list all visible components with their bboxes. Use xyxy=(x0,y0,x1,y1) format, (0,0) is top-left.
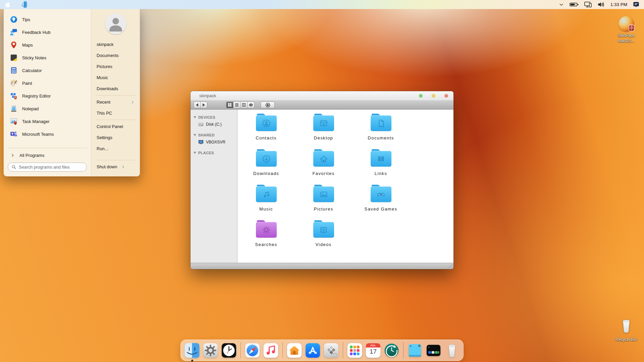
recent-link[interactable]: Recent xyxy=(91,97,140,108)
folder-contacts[interactable]: Contacts xyxy=(237,114,295,149)
game-controller-icon xyxy=(376,189,386,199)
link-label: Recent xyxy=(97,100,110,105)
all-programs-button[interactable]: All Programs xyxy=(4,150,91,161)
music-link[interactable]: Music xyxy=(91,72,140,83)
user-avatar[interactable] xyxy=(105,13,126,34)
sidebar-item-vboxsvr[interactable]: VBOXSVR xyxy=(191,138,237,146)
finder-icon xyxy=(184,343,200,358)
folder-saved-games[interactable]: Saved Games xyxy=(352,185,410,220)
start-app-registry-editor[interactable]: Registry Editor xyxy=(4,89,91,102)
home-icon xyxy=(286,343,302,358)
desktop-icon-recycle-bin[interactable]: Recycle Bin xyxy=(612,317,641,342)
folder-music[interactable]: Music xyxy=(237,185,295,220)
dock-finder[interactable] xyxy=(184,343,200,358)
forward-button[interactable] xyxy=(200,102,207,108)
list-view-icon xyxy=(235,103,239,107)
run-link[interactable]: Run... xyxy=(91,143,140,154)
folder-links[interactable]: Links xyxy=(352,149,410,185)
zoom-button[interactable] xyxy=(419,94,423,98)
list-view-button[interactable] xyxy=(233,102,240,108)
folder-pictures[interactable]: Pictures xyxy=(295,185,352,220)
minimize-button[interactable] xyxy=(432,94,435,98)
folder-label: Favorites xyxy=(312,171,334,176)
tray-expand-chevron-icon[interactable] xyxy=(559,2,564,7)
start-app-paint[interactable]: Paint xyxy=(4,77,91,89)
pictures-link[interactable]: Pictures xyxy=(91,61,140,72)
folder-videos[interactable]: Videos xyxy=(295,220,352,256)
start-button[interactable] xyxy=(20,1,27,8)
calendar-icon xyxy=(365,343,381,358)
start-app-sticky-notes[interactable]: Sticky Notes xyxy=(4,51,91,64)
chevron-right-icon xyxy=(121,165,125,169)
link-label: Music xyxy=(97,75,108,80)
dock-app-store[interactable] xyxy=(305,343,321,358)
start-app-notepad[interactable]: Notepad xyxy=(4,102,91,115)
dock-launchpad[interactable] xyxy=(347,343,363,358)
icon-view-button[interactable] xyxy=(226,102,233,108)
quick-look-button[interactable] xyxy=(261,102,275,108)
downloads-link[interactable]: Downloads xyxy=(91,83,140,94)
start-app-task-manager[interactable]: Task Manager xyxy=(4,115,91,128)
gear-icon xyxy=(203,343,218,358)
dock-home[interactable] xyxy=(286,343,302,358)
search-input[interactable] xyxy=(19,165,83,170)
resize-grip[interactable] xyxy=(448,264,453,268)
dock-time-machine[interactable] xyxy=(384,343,399,358)
back-button[interactable] xyxy=(194,102,201,108)
folder-downloads[interactable]: Downloads xyxy=(237,149,295,185)
divider xyxy=(96,160,136,160)
forward-arrow-icon xyxy=(203,103,205,107)
window-titlebar[interactable]: skinpack xyxy=(191,91,453,101)
dock-separator xyxy=(240,342,241,358)
sidebar-section-devices[interactable]: DEVICES xyxy=(191,113,237,121)
start-app-calculator[interactable]: Calculator xyxy=(4,64,91,77)
search-box[interactable] xyxy=(8,163,87,172)
dock-boot-camp[interactable] xyxy=(323,343,339,358)
notifications-icon[interactable] xyxy=(633,1,639,8)
dock-display-colors[interactable] xyxy=(426,343,441,358)
coverflow-view-button[interactable] xyxy=(247,102,255,108)
folder-documents[interactable]: Documents xyxy=(352,114,410,149)
desktop-icon-label: SkinPack macOS... xyxy=(614,33,639,44)
control-panel-link[interactable]: Control Panel xyxy=(91,121,140,132)
dock-trash[interactable] xyxy=(444,343,460,358)
volume-icon[interactable] xyxy=(598,2,605,7)
start-app-tips[interactable]: Tips xyxy=(4,13,91,26)
dock-calendar[interactable]: JUL 17 xyxy=(365,343,381,358)
start-menu: Tips Feedback Hub Maps Sticky Notes Calc… xyxy=(3,9,140,177)
this-pc-link[interactable]: This PC xyxy=(91,108,140,119)
dock-separator xyxy=(403,342,404,358)
screen-cast-icon[interactable] xyxy=(584,2,592,8)
uac-shield-icon xyxy=(628,24,635,32)
folder-desktop[interactable]: Desktop xyxy=(295,114,352,149)
column-view-button[interactable] xyxy=(240,102,248,108)
user-name: skinpack xyxy=(97,42,114,47)
sidebar-item-disk-c[interactable]: Disk (C:) xyxy=(191,121,237,128)
dock-safari[interactable] xyxy=(245,343,260,358)
clock-time[interactable]: 1:33 PM xyxy=(610,2,627,7)
documents-link[interactable]: Documents xyxy=(91,50,140,61)
sidebar-section-places[interactable]: PLACES xyxy=(191,148,237,156)
folder-searches[interactable]: Searches xyxy=(237,220,295,256)
sidebar-section-shared[interactable]: SHARED xyxy=(191,131,237,138)
dock-clock[interactable] xyxy=(221,343,237,358)
start-menu-app-list: Tips Feedback Hub Maps Sticky Notes Calc… xyxy=(4,9,91,176)
close-button[interactable] xyxy=(444,94,448,98)
start-app-maps[interactable]: Maps xyxy=(4,39,91,51)
folder-favorites[interactable]: Favorites xyxy=(295,149,352,185)
start-app-microsoft-teams[interactable]: Microsoft Teams xyxy=(4,128,91,140)
dock-system-settings[interactable] xyxy=(203,343,218,358)
desktop-icon-skinpack[interactable]: SkinPack macOS... xyxy=(612,16,641,44)
settings-link[interactable]: Settings xyxy=(91,132,140,143)
safari-compass-icon xyxy=(245,343,260,358)
battery-icon[interactable] xyxy=(570,2,579,7)
dock-stickies[interactable] xyxy=(407,343,423,358)
app-label: Paint xyxy=(22,81,32,86)
user-name-link[interactable]: skinpack xyxy=(91,39,140,50)
apple-menu-icon[interactable] xyxy=(5,1,10,8)
app-label: Feedback Hub xyxy=(22,30,51,35)
dock-music[interactable] xyxy=(263,343,279,358)
tips-icon xyxy=(10,15,18,23)
shut-down-button[interactable]: Shut down xyxy=(91,161,140,172)
start-app-feedback-hub[interactable]: Feedback Hub xyxy=(4,26,91,39)
